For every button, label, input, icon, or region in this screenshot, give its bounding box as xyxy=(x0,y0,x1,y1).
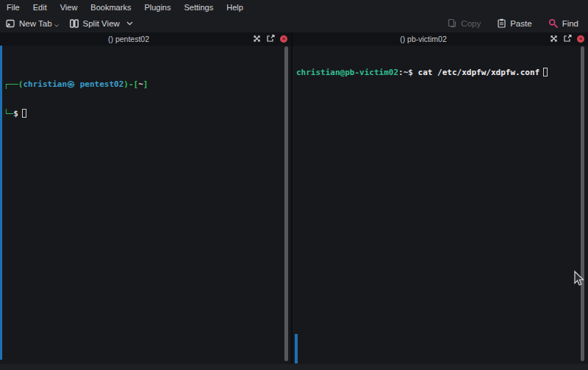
new-tab-dropdown-icon[interactable] xyxy=(54,24,59,27)
right-pane-scroll-indicator xyxy=(295,334,298,363)
left-pane-maximize-icon[interactable] xyxy=(253,32,261,46)
paste-label: Paste xyxy=(510,19,531,28)
find-button[interactable]: Find xyxy=(543,16,584,31)
menu-file[interactable]: File xyxy=(7,3,20,12)
split-view-icon xyxy=(69,18,79,29)
split-view-header-strip: () pentest02 × () pb-victim02 xyxy=(0,32,588,46)
left-pane-detach-icon[interactable] xyxy=(266,32,275,46)
copy-label: Copy xyxy=(461,19,481,28)
paste-button[interactable]: Paste xyxy=(492,16,537,30)
menu-plugins[interactable]: Plugins xyxy=(144,3,171,12)
find-label: Find xyxy=(562,19,578,28)
right-terminal-prompt-line: christian@pb-victim02:~$ cat /etc/xdpfw/… xyxy=(296,68,581,78)
copy-button[interactable]: Copy xyxy=(442,16,486,30)
right-terminal-cursor xyxy=(543,68,548,77)
konsole-window: File Edit View Bookmarks Plugins Setting… xyxy=(0,0,588,370)
copy-icon xyxy=(448,18,457,28)
left-pane-scrollbar[interactable] xyxy=(284,46,288,361)
menu-help[interactable]: Help xyxy=(226,3,243,12)
right-terminal-pane[interactable]: christian@pb-victim02:~$ cat /etc/xdpfw/… xyxy=(294,46,588,364)
left-terminal-cursor xyxy=(22,109,26,118)
new-tab-icon xyxy=(5,18,15,29)
left-pane-title: () pentest02 xyxy=(0,32,257,46)
split-view-button[interactable]: Split View xyxy=(64,16,138,31)
new-tab-label: New Tab xyxy=(19,19,52,28)
left-pane-header[interactable]: () pentest02 × xyxy=(0,32,293,46)
left-terminal-prompt-line2: └─$ xyxy=(4,109,284,119)
toolbar: New Tab Split View xyxy=(0,14,588,32)
menu-bookmarks[interactable]: Bookmarks xyxy=(90,3,131,12)
right-pane-header[interactable]: () pb-victim02 × xyxy=(293,32,588,46)
new-tab-button[interactable]: New Tab xyxy=(0,16,64,31)
split-view-chevron-icon[interactable] xyxy=(126,21,133,26)
right-pane-scrollbar[interactable] xyxy=(581,46,584,361)
left-pane-close-button[interactable]: × xyxy=(280,35,287,43)
left-pane-focus-indicator xyxy=(0,46,2,360)
paste-icon xyxy=(497,18,506,28)
left-terminal-prompt-line1: ┌──(christian㉿ pentest02)-[~] xyxy=(4,79,284,90)
menu-bar: File Edit View Bookmarks Plugins Setting… xyxy=(0,0,588,14)
right-pane-title: () pb-victim02 xyxy=(293,32,554,46)
window-bottom-edge xyxy=(0,364,588,370)
right-pane-close-button[interactable]: × xyxy=(577,35,584,43)
menu-settings[interactable]: Settings xyxy=(184,3,213,12)
right-pane-detach-icon[interactable] xyxy=(563,32,572,46)
right-pane-maximize-icon[interactable] xyxy=(550,32,558,46)
find-icon xyxy=(548,18,559,29)
left-terminal-pane[interactable]: ┌──(christian㉿ pentest02)-[~] └─$ xyxy=(0,46,293,364)
split-view-label: Split View xyxy=(83,19,120,28)
menu-edit[interactable]: Edit xyxy=(33,3,47,12)
terminal-area: ┌──(christian㉿ pentest02)-[~] └─$ christ… xyxy=(0,46,588,364)
menu-view[interactable]: View xyxy=(60,3,78,12)
